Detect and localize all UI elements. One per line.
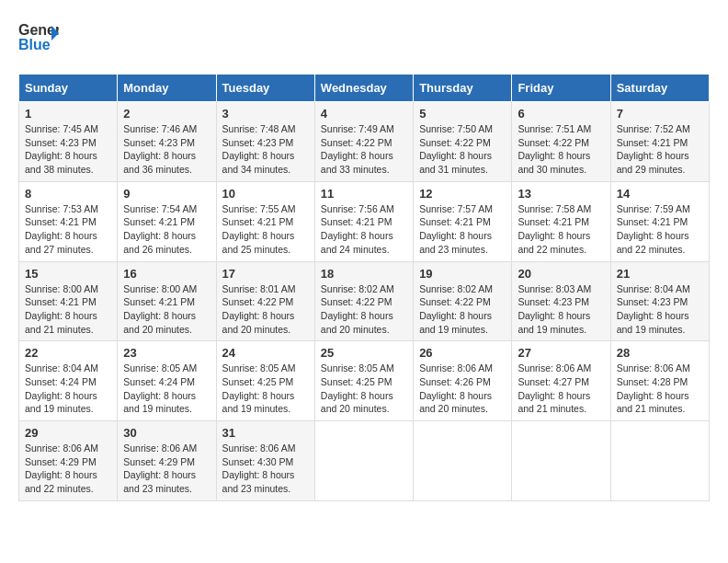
day-number: 16 (123, 267, 210, 281)
day-info: Sunrise: 7:53 AM Sunset: 4:21 PM Dayligh… (25, 202, 111, 257)
day-number: 7 (617, 107, 703, 121)
day-number: 17 (222, 267, 309, 281)
day-number: 22 (25, 346, 111, 360)
calendar-cell: 18 Sunrise: 8:02 AM Sunset: 4:22 PM Dayl… (314, 261, 413, 341)
logo: General Blue (18, 18, 63, 59)
column-header-tuesday: Tuesday (216, 75, 314, 102)
calendar-cell: 20 Sunrise: 8:03 AM Sunset: 4:23 PM Dayl… (512, 261, 610, 341)
calendar-cell: 16 Sunrise: 8:00 AM Sunset: 4:21 PM Dayl… (118, 261, 216, 341)
calendar-cell: 13 Sunrise: 7:58 AM Sunset: 4:21 PM Dayl… (512, 181, 610, 261)
day-number: 21 (617, 267, 703, 281)
calendar-cell (512, 421, 610, 501)
calendar-cell: 3 Sunrise: 7:48 AM Sunset: 4:23 PM Dayli… (216, 102, 314, 182)
day-info: Sunrise: 8:06 AM Sunset: 4:27 PM Dayligh… (518, 362, 604, 416)
calendar-table: SundayMondayTuesdayWednesdayThursdayFrid… (18, 74, 710, 501)
day-number: 25 (321, 346, 407, 360)
day-info: Sunrise: 7:46 AM Sunset: 4:23 PM Dayligh… (123, 122, 210, 177)
day-number: 28 (617, 346, 703, 360)
day-number: 8 (25, 187, 111, 201)
calendar-cell: 30 Sunrise: 8:06 AM Sunset: 4:29 PM Dayl… (118, 421, 216, 501)
day-info: Sunrise: 7:45 AM Sunset: 4:23 PM Dayligh… (25, 122, 111, 177)
day-number: 10 (222, 187, 309, 201)
calendar-cell: 2 Sunrise: 7:46 AM Sunset: 4:23 PM Dayli… (118, 102, 216, 182)
day-number: 29 (25, 426, 111, 440)
calendar-cell: 5 Sunrise: 7:50 AM Sunset: 4:22 PM Dayli… (414, 102, 512, 182)
calendar-cell: 11 Sunrise: 7:56 AM Sunset: 4:21 PM Dayl… (314, 181, 413, 261)
day-info: Sunrise: 8:06 AM Sunset: 4:28 PM Dayligh… (617, 362, 703, 416)
day-number: 15 (25, 267, 111, 281)
calendar-cell: 21 Sunrise: 8:04 AM Sunset: 4:23 PM Dayl… (610, 261, 709, 341)
logo-icon: General Blue (18, 18, 59, 59)
column-header-sunday: Sunday (19, 75, 118, 102)
day-info: Sunrise: 8:02 AM Sunset: 4:22 PM Dayligh… (321, 282, 407, 337)
day-info: Sunrise: 7:59 AM Sunset: 4:21 PM Dayligh… (617, 202, 703, 257)
calendar-cell: 14 Sunrise: 7:59 AM Sunset: 4:21 PM Dayl… (610, 181, 709, 261)
day-info: Sunrise: 7:52 AM Sunset: 4:21 PM Dayligh… (617, 122, 703, 177)
day-info: Sunrise: 7:55 AM Sunset: 4:21 PM Dayligh… (222, 202, 309, 257)
calendar-cell: 25 Sunrise: 8:05 AM Sunset: 4:25 PM Dayl… (314, 341, 413, 421)
day-info: Sunrise: 7:51 AM Sunset: 4:22 PM Dayligh… (518, 122, 604, 177)
calendar-cell: 17 Sunrise: 8:01 AM Sunset: 4:22 PM Dayl… (216, 261, 314, 341)
day-number: 24 (222, 346, 309, 360)
calendar-week-5: 29 Sunrise: 8:06 AM Sunset: 4:29 PM Dayl… (19, 421, 710, 501)
day-info: Sunrise: 7:48 AM Sunset: 4:23 PM Dayligh… (222, 122, 309, 177)
day-info: Sunrise: 8:06 AM Sunset: 4:29 PM Dayligh… (123, 442, 210, 496)
day-number: 18 (321, 267, 407, 281)
day-info: Sunrise: 8:06 AM Sunset: 4:26 PM Dayligh… (419, 362, 506, 416)
day-number: 3 (222, 107, 309, 121)
day-number: 13 (518, 187, 604, 201)
day-info: Sunrise: 8:00 AM Sunset: 4:21 PM Dayligh… (25, 282, 111, 337)
calendar-cell: 29 Sunrise: 8:06 AM Sunset: 4:29 PM Dayl… (19, 421, 118, 501)
day-info: Sunrise: 8:04 AM Sunset: 4:24 PM Dayligh… (25, 362, 111, 416)
calendar-body: 1 Sunrise: 7:45 AM Sunset: 4:23 PM Dayli… (19, 102, 710, 501)
day-number: 20 (518, 267, 604, 281)
calendar-cell: 24 Sunrise: 8:05 AM Sunset: 4:25 PM Dayl… (216, 341, 314, 421)
day-info: Sunrise: 8:06 AM Sunset: 4:30 PM Dayligh… (222, 442, 309, 496)
calendar-cell (610, 421, 709, 501)
day-info: Sunrise: 8:04 AM Sunset: 4:23 PM Dayligh… (617, 282, 703, 337)
day-info: Sunrise: 8:05 AM Sunset: 4:25 PM Dayligh… (222, 362, 309, 416)
calendar-cell: 8 Sunrise: 7:53 AM Sunset: 4:21 PM Dayli… (19, 181, 118, 261)
day-number: 5 (419, 107, 506, 121)
day-info: Sunrise: 7:58 AM Sunset: 4:21 PM Dayligh… (518, 202, 604, 257)
column-header-wednesday: Wednesday (314, 75, 413, 102)
column-header-monday: Monday (118, 75, 216, 102)
day-info: Sunrise: 7:49 AM Sunset: 4:22 PM Dayligh… (321, 122, 407, 177)
calendar-cell: 10 Sunrise: 7:55 AM Sunset: 4:21 PM Dayl… (216, 181, 314, 261)
calendar-cell: 1 Sunrise: 7:45 AM Sunset: 4:23 PM Dayli… (19, 102, 118, 182)
calendar-cell (314, 421, 413, 501)
calendar-cell: 7 Sunrise: 7:52 AM Sunset: 4:21 PM Dayli… (610, 102, 709, 182)
day-number: 19 (419, 267, 506, 281)
page-header: General Blue (18, 18, 710, 59)
calendar-cell: 6 Sunrise: 7:51 AM Sunset: 4:22 PM Dayli… (512, 102, 610, 182)
day-info: Sunrise: 8:06 AM Sunset: 4:29 PM Dayligh… (25, 442, 111, 496)
calendar-cell: 26 Sunrise: 8:06 AM Sunset: 4:26 PM Dayl… (414, 341, 512, 421)
day-info: Sunrise: 8:02 AM Sunset: 4:22 PM Dayligh… (419, 282, 506, 337)
day-info: Sunrise: 7:56 AM Sunset: 4:21 PM Dayligh… (321, 202, 407, 257)
day-number: 30 (123, 426, 210, 440)
calendar-cell: 23 Sunrise: 8:05 AM Sunset: 4:24 PM Dayl… (118, 341, 216, 421)
day-number: 27 (518, 346, 604, 360)
day-info: Sunrise: 7:54 AM Sunset: 4:21 PM Dayligh… (123, 202, 210, 257)
calendar-cell: 19 Sunrise: 8:02 AM Sunset: 4:22 PM Dayl… (414, 261, 512, 341)
column-header-thursday: Thursday (414, 75, 512, 102)
day-number: 12 (419, 187, 506, 201)
calendar-week-3: 15 Sunrise: 8:00 AM Sunset: 4:21 PM Dayl… (19, 261, 710, 341)
calendar-cell (414, 421, 512, 501)
calendar-cell: 9 Sunrise: 7:54 AM Sunset: 4:21 PM Dayli… (118, 181, 216, 261)
calendar-cell: 22 Sunrise: 8:04 AM Sunset: 4:24 PM Dayl… (19, 341, 118, 421)
day-number: 11 (321, 187, 407, 201)
day-number: 23 (123, 346, 210, 360)
day-number: 26 (419, 346, 506, 360)
calendar-header: SundayMondayTuesdayWednesdayThursdayFrid… (19, 75, 710, 102)
calendar-week-2: 8 Sunrise: 7:53 AM Sunset: 4:21 PM Dayli… (19, 181, 710, 261)
day-number: 2 (123, 107, 210, 121)
calendar-cell: 4 Sunrise: 7:49 AM Sunset: 4:22 PM Dayli… (314, 102, 413, 182)
day-info: Sunrise: 7:50 AM Sunset: 4:22 PM Dayligh… (419, 122, 506, 177)
day-number: 6 (518, 107, 604, 121)
day-number: 4 (321, 107, 407, 121)
column-header-friday: Friday (512, 75, 610, 102)
day-info: Sunrise: 8:00 AM Sunset: 4:21 PM Dayligh… (123, 282, 210, 337)
calendar-cell: 12 Sunrise: 7:57 AM Sunset: 4:21 PM Dayl… (414, 181, 512, 261)
day-info: Sunrise: 8:03 AM Sunset: 4:23 PM Dayligh… (518, 282, 604, 337)
